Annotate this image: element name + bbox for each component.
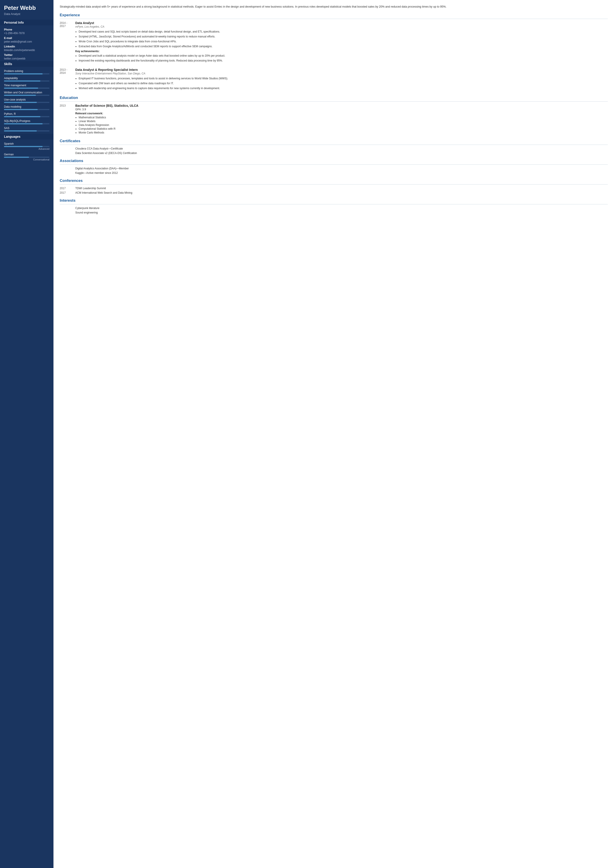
skills-list: Problem-solving Adaptability Time manage… (4, 70, 50, 132)
skill-name: Data modeling (4, 105, 50, 108)
achievements-label: Key achievements: (75, 50, 608, 53)
certificate-item: Data Scientist Associate v2 (DECA-DS) Ce… (75, 152, 608, 155)
skill-item: Use-case analysis (4, 98, 50, 103)
certificates-section: Certificates Cloudera CCA Data Analyst—C… (60, 139, 608, 155)
skill-name: Written and Oral communication (4, 91, 50, 94)
associations-section: Associations Digital Analytics Associati… (60, 159, 608, 174)
job-company: Sony Interactive Entertainment PlayStati… (75, 72, 608, 75)
bullet-item: Scripted (HTML, JavaScript, Stored Proce… (79, 34, 608, 39)
skill-item: Written and Oral communication (4, 91, 50, 96)
skill-bar-bg (4, 81, 50, 82)
skill-bar-bg (4, 130, 50, 132)
skill-bar-bg (4, 109, 50, 110)
course-item: Mathematical Statistics (79, 116, 608, 119)
conferences-section: Conferences 2017 TDWI Leadership Summit … (60, 179, 608, 194)
languages-section-title: Languages (0, 134, 53, 140)
linkedin-value: linkedin.com/in/peterwebb (4, 48, 50, 52)
association-item: Kaggle—Active member since 2012 (75, 171, 608, 174)
edu-degree: Bachelor of Science (BS), Statistics, UL… (75, 104, 608, 107)
skill-bar-bg (4, 88, 50, 89)
skill-bar-bg (4, 123, 50, 124)
interest-item: Sound engineering (75, 211, 608, 214)
bullet-item: Wrote Cron Jobs and SQL procedures to in… (79, 39, 608, 43)
job-details: Data Analyst mPyre, Los Angeles, CA Deve… (75, 21, 608, 64)
skill-bar-fill (4, 88, 38, 89)
email-label: E-mail (4, 37, 50, 40)
summary-text: Strategically-minded data analyst with 5… (60, 5, 608, 9)
skill-name: Use-case analysis (4, 98, 50, 101)
email-value: peter.webb@gmail.com (4, 40, 50, 43)
personal-info-section-title: Personal Info (0, 20, 53, 25)
education-item: 2013 Bachelor of Science (BS), Statistic… (60, 104, 608, 135)
course-item: Monte Carlo Methods (79, 131, 608, 134)
job-dates: 2014 -2017 (60, 21, 75, 64)
skill-bar-bg (4, 73, 50, 75)
coursework-label: Relevant coursework: (75, 112, 608, 115)
job-item: 2014 -2017 Data Analyst mPyre, Los Angel… (60, 21, 608, 64)
achievement-item: Developed and built a statistical analys… (79, 54, 608, 58)
skill-item: Data modeling (4, 105, 50, 110)
sidebar: Peter Webb Data Analyst Personal Info Ph… (0, 0, 53, 868)
skill-name: Python, R (4, 112, 50, 115)
education-divider (60, 101, 608, 102)
skill-bar-fill (4, 102, 37, 103)
bullet-item: Developed test cases and SQL test script… (79, 30, 608, 34)
skill-bar-fill (4, 73, 43, 75)
certificate-item: Cloudera CCA Data Analyst—Certificate (75, 147, 608, 150)
linkedin-label: LinkedIn (4, 45, 50, 48)
skill-item: SQL/MySQL/Postgres (4, 120, 50, 124)
course-item: Linear Models (79, 120, 608, 123)
course-item: Computational Statistics with R (79, 127, 608, 130)
jobs-list: 2014 -2017 Data Analyst mPyre, Los Angel… (60, 21, 608, 92)
certificates-list: Cloudera CCA Data Analyst—CertificateDat… (60, 147, 608, 155)
skill-item: Time management (4, 84, 50, 89)
language-name: Spanish (4, 142, 50, 145)
twitter-value: twitter.com/pwebb (4, 57, 50, 60)
interest-item: Cyberpunk literature (75, 207, 608, 210)
language-level: Conversational (4, 158, 50, 161)
skill-bar-fill (4, 95, 36, 96)
skill-bar-fill (4, 130, 37, 132)
conference-item: 2017 ACM International Web Search and Da… (60, 191, 608, 194)
skill-name: Problem-solving (4, 70, 50, 73)
certificates-title: Certificates (60, 139, 608, 143)
job-details: Data Analyst & Reporting Specialist Inte… (75, 68, 608, 92)
skill-bar-fill (4, 109, 38, 110)
main-content: Strategically-minded data analyst with 5… (53, 0, 614, 868)
conf-year: 2017 (60, 191, 75, 194)
edu-details: Bachelor of Science (BS), Statistics, UL… (75, 104, 608, 135)
course-item: Data Analysis Regression (79, 123, 608, 127)
skill-bar-fill (4, 116, 40, 117)
certificates-divider (60, 144, 608, 145)
bullet-item: Employed IT business functions, processe… (79, 76, 608, 81)
experience-divider (60, 19, 608, 19)
job-company: mPyre, Los Angeles, CA (75, 25, 608, 28)
job-dates: 2013 -2014 (60, 68, 75, 92)
conf-name: TDWI Leadership Summit (75, 187, 106, 190)
skill-item: Python, R (4, 112, 50, 117)
skills-section-title: Skills (0, 61, 53, 67)
conf-year: 2017 (60, 187, 75, 190)
language-name: German (4, 153, 50, 156)
associations-list: Digital Analytics Association (DAA)—Memb… (60, 167, 608, 174)
language-level: Advanced (4, 148, 50, 150)
language-bar-fill (4, 146, 43, 147)
conference-item: 2017 TDWI Leadership Summit (60, 187, 608, 190)
languages-list: Spanish Advanced German Conversational (4, 142, 50, 161)
phone-value: +1-299-456-7878 (4, 32, 50, 35)
associations-title: Associations (60, 159, 608, 163)
skill-name: Adaptability (4, 77, 50, 80)
experience-section: Experience 2014 -2017 Data Analyst mPyre… (60, 13, 608, 92)
skill-name: SQL/MySQL/Postgres (4, 120, 50, 123)
job-item: 2013 -2014 Data Analyst & Reporting Spec… (60, 68, 608, 92)
twitter-label: Twitter (4, 53, 50, 57)
skill-item: Problem-solving (4, 70, 50, 75)
language-bar-fill (4, 157, 29, 158)
skill-name: Time management (4, 84, 50, 87)
skill-bar-fill (4, 81, 40, 82)
bullet-item: Extracted data from Google Analytics/AdW… (79, 44, 608, 48)
skill-bar-bg (4, 102, 50, 103)
skill-name: SAS (4, 127, 50, 130)
bullet-item: Worked with leadership and engineering t… (79, 86, 608, 90)
skill-bar-fill (4, 123, 43, 124)
